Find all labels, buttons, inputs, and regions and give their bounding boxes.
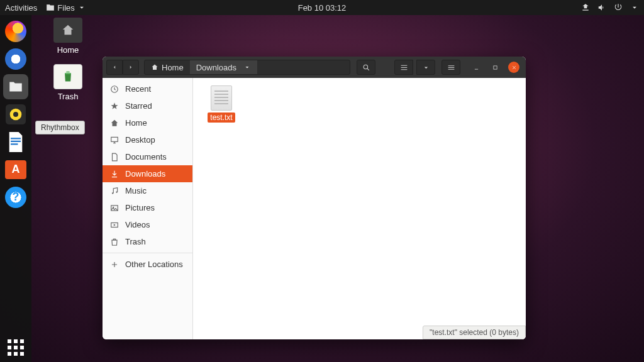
maximize-icon bbox=[492, 65, 498, 70]
desktop-icon-label: Trash bbox=[58, 92, 79, 101]
view-list-button[interactable] bbox=[394, 60, 413, 75]
sidebar-divider bbox=[103, 253, 192, 253]
sidebar-item-other-locations[interactable]: Other Locations bbox=[103, 256, 192, 273]
close-icon bbox=[511, 65, 517, 70]
clock[interactable]: Feb 10 03:12 bbox=[298, 3, 347, 13]
search-icon bbox=[362, 63, 370, 72]
sidebar-item-label: Other Locations bbox=[125, 260, 183, 269]
minimize-icon bbox=[474, 65, 479, 70]
close-button[interactable] bbox=[508, 62, 519, 73]
back-button[interactable] bbox=[106, 60, 123, 75]
trash-icon bbox=[62, 69, 74, 84]
sidebar-item-label: Documents bbox=[125, 152, 167, 162]
chevron-right-icon bbox=[128, 64, 134, 70]
path-segment-current[interactable]: Downloads bbox=[190, 60, 257, 74]
sidebar-item-trash[interactable]: Trash bbox=[103, 233, 192, 250]
downloads-icon bbox=[110, 170, 119, 178]
sidebar-item-desktop[interactable]: Desktop bbox=[103, 131, 192, 148]
thunderbird-icon bbox=[5, 48, 26, 70]
dock-app-libreoffice[interactable] bbox=[3, 129, 28, 155]
sidebar-item-label: Recent bbox=[125, 84, 151, 94]
svg-point-3 bbox=[364, 65, 368, 69]
sidebar-item-label: Trash bbox=[125, 237, 146, 246]
minimize-button[interactable] bbox=[470, 62, 482, 73]
sidebar-item-documents[interactable]: Documents bbox=[103, 148, 192, 165]
volume-icon bbox=[597, 3, 606, 12]
sidebar-item-pictures[interactable]: Pictures bbox=[103, 199, 192, 216]
dock-app-rhythmbox[interactable] bbox=[3, 102, 28, 127]
sidebar-item-label: Starred bbox=[125, 101, 152, 111]
dock-app-help[interactable] bbox=[3, 185, 28, 210]
path-bar: Home Downloads bbox=[144, 60, 350, 75]
files-icon bbox=[7, 79, 25, 95]
desktop-icon-home[interactable]: Home bbox=[49, 18, 87, 55]
files-menu[interactable]: Files bbox=[46, 3, 86, 13]
documents-icon bbox=[110, 153, 119, 162]
sidebar-item-label: Videos bbox=[125, 220, 150, 229]
dock bbox=[0, 15, 31, 362]
music-icon bbox=[110, 187, 119, 195]
files-window: Home Downloads Recent Starred Home Deskt… bbox=[103, 57, 526, 339]
hamburger-menu-button[interactable] bbox=[441, 60, 460, 75]
chevron-down-icon bbox=[422, 63, 430, 72]
file-name: test.txt bbox=[208, 112, 235, 123]
sidebar: Recent Starred Home Desktop Documents Do… bbox=[103, 78, 193, 339]
window-titlebar[interactable]: Home Downloads bbox=[103, 57, 526, 78]
sidebar-item-starred[interactable]: Starred bbox=[103, 97, 192, 114]
svg-point-7 bbox=[112, 192, 113, 194]
menu-icon bbox=[447, 63, 455, 72]
search-button[interactable] bbox=[357, 60, 375, 75]
dock-tooltip: Rhythmbox bbox=[35, 121, 85, 134]
text-file-icon bbox=[211, 85, 232, 111]
help-icon bbox=[5, 187, 26, 208]
svg-rect-4 bbox=[493, 65, 496, 69]
system-tray[interactable] bbox=[581, 3, 639, 12]
activities-button[interactable]: Activities bbox=[5, 3, 37, 13]
plus-icon bbox=[110, 260, 119, 269]
sidebar-item-downloads[interactable]: Downloads bbox=[103, 165, 192, 182]
software-icon bbox=[5, 160, 26, 179]
power-icon bbox=[614, 3, 623, 12]
forward-button[interactable] bbox=[123, 60, 139, 75]
chevron-down-icon bbox=[630, 3, 639, 12]
path-label: Downloads bbox=[196, 63, 236, 72]
sidebar-item-recent[interactable]: Recent bbox=[103, 80, 192, 97]
svg-point-8 bbox=[116, 191, 117, 192]
desktop-icon bbox=[110, 136, 119, 145]
show-applications-button[interactable] bbox=[8, 339, 24, 356]
chevron-left-icon bbox=[111, 64, 118, 70]
svg-point-2 bbox=[13, 112, 18, 117]
star-icon bbox=[110, 102, 119, 111]
videos-icon bbox=[110, 221, 119, 229]
sidebar-item-home[interactable]: Home bbox=[103, 114, 192, 131]
folder-icon bbox=[46, 3, 55, 12]
path-segment-home[interactable]: Home bbox=[145, 60, 190, 74]
sidebar-item-label: Pictures bbox=[125, 203, 155, 212]
trash-icon bbox=[110, 238, 119, 246]
pictures-icon bbox=[110, 204, 119, 212]
sidebar-item-videos[interactable]: Videos bbox=[103, 216, 192, 233]
file-item[interactable]: test.txt bbox=[201, 85, 242, 123]
document-icon bbox=[7, 132, 25, 152]
firefox-icon bbox=[5, 21, 26, 42]
rhythmbox-icon bbox=[6, 104, 26, 124]
dock-app-software[interactable] bbox=[3, 157, 28, 182]
dock-app-files[interactable] bbox=[3, 74, 28, 99]
network-icon bbox=[581, 3, 590, 12]
view-options-button[interactable] bbox=[416, 60, 435, 75]
sidebar-item-music[interactable]: Music bbox=[103, 182, 192, 199]
desktop-icon-trash[interactable]: Trash bbox=[49, 64, 87, 101]
status-bar: "test.txt" selected (0 bytes) bbox=[423, 326, 526, 339]
chevron-down-icon bbox=[243, 63, 251, 71]
home-icon bbox=[110, 119, 119, 128]
list-icon bbox=[400, 63, 408, 72]
svg-rect-6 bbox=[111, 137, 118, 141]
sidebar-item-label: Desktop bbox=[125, 135, 155, 145]
dock-app-firefox[interactable] bbox=[3, 19, 28, 44]
file-view[interactable]: test.txt "test.txt" selected (0 bytes) bbox=[193, 78, 526, 339]
sidebar-item-label: Downloads bbox=[125, 169, 165, 178]
dock-app-thunderbird[interactable] bbox=[3, 47, 28, 72]
maximize-button[interactable] bbox=[489, 62, 501, 73]
sidebar-item-label: Home bbox=[125, 118, 147, 128]
path-label: Home bbox=[162, 63, 184, 72]
